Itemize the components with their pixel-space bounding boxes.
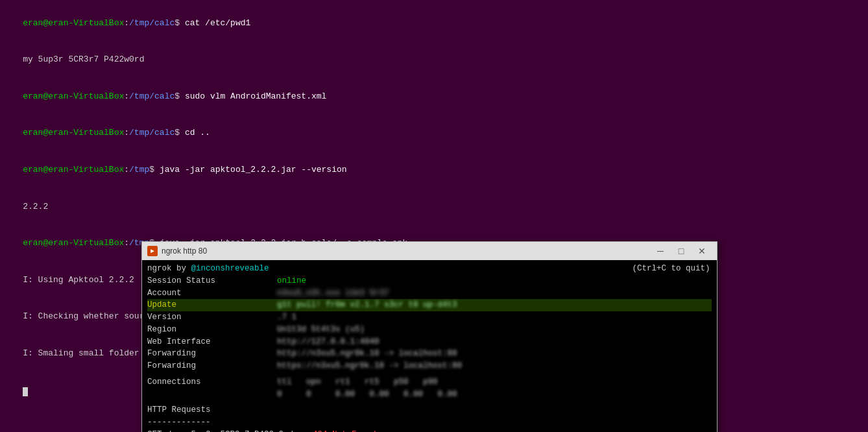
cmd-text: cat /etc/pwd1 (180, 18, 250, 28)
label-connections: Connections (147, 376, 277, 389)
label-region: Region (147, 324, 277, 336)
label-forwarding-1: Forwarding (147, 348, 277, 360)
value-account: n3xu5_n3t.xxx l1k3 5r37 (277, 287, 712, 300)
value-web-interface: http://127.0.0.1:4040 (277, 336, 712, 348)
terminal-line-4: eran@eran-VirtualBox:/tmp/calc$ cd .. (3, 115, 865, 152)
prompt-dollar: $ (175, 18, 180, 28)
prompt: eran@eran-VirtualBox (23, 128, 124, 138)
terminal-line-6: 2.2.2 (3, 189, 865, 226)
value-connections-header: ttl opn rt1 rt5 p50 p90 (277, 376, 712, 389)
terminal-line-2: my 5up3r 5CR3r7 P422w0rd (3, 42, 865, 79)
ngrok-ctrl-hint: (Ctrl+C to quit) (633, 264, 710, 273)
connections-section: Connections ttl opn rt1 rt5 p50 p90 0 0 … (147, 376, 712, 401)
ngrok-window-title: ngrok http 80 (162, 246, 207, 256)
maximize-button[interactable]: □ (671, 245, 691, 258)
row-forwarding-2: Forwarding https://n3xu5.ngr0k.10 -> loc… (147, 360, 712, 372)
label-update: Update (147, 299, 277, 311)
http-request-entry: GET /my 5up3r 5CR3r7 P422w0rd 404 Not Fo… (147, 429, 712, 432)
http-requests-label: HTTP Requests (147, 404, 712, 416)
row-web-interface: Web Interface http://127.0.0.1:4040 (147, 336, 712, 348)
prompt-dir: /tmp/calc (129, 91, 175, 101)
ngrok-window-controls: ─ □ ✕ (651, 245, 712, 258)
label-account: Account (147, 287, 277, 300)
prompt-dir: /tmp (129, 165, 149, 174)
value-version: .7 1 (277, 311, 712, 324)
ngrok-header: ngrok by @inconshreveable(Ctrl+C to quit… (147, 263, 712, 275)
cmd-text: sudo vlm AndroidManifest.xml (180, 91, 326, 101)
cmd-text: java -jar apktool_2.2.2.jar --version (154, 165, 346, 174)
connections-col1-spacer (147, 389, 277, 401)
prompt-sep: : (124, 18, 129, 28)
row-account: Account n3xu5_n3t.xxx l1k3 5r37 (147, 287, 712, 300)
output-text: I: Using Apktool 2.2.2 (23, 275, 134, 285)
cursor (23, 387, 28, 396)
terminal-line-5: eran@eran-VirtualBox:/tmp$ java -jar apk… (3, 152, 865, 189)
http-requests-section: HTTP Requests ------------- GET /my 5up3… (147, 404, 712, 432)
row-version: Version .7 1 (147, 311, 712, 324)
value-connections-data: 0 0 0.00 0.00 0.00 0.00 (277, 389, 712, 401)
ngrok-by-label: ngrok by (147, 264, 191, 273)
ngrok-window: ► ngrok http 80 ─ □ ✕ ngrok by @inconshr… (141, 241, 717, 432)
prompt-dir: /tmp/calc (129, 128, 175, 138)
http-requests-divider: ------------- (147, 416, 712, 429)
value-update: g1t pull! fr0m v2.1.7 s3cr t0 up-d4t3 (277, 299, 712, 311)
prompt: eran@eran-VirtualBox (23, 18, 124, 28)
row-forwarding-1: Forwarding http://n3xu5.ngr0k.10 -> loca… (147, 348, 712, 360)
output-text: my 5up3r 5CR3r7 P422w0rd (23, 54, 144, 64)
minimize-button[interactable]: ─ (651, 245, 670, 258)
ngrok-titlebar: ► ngrok http 80 ─ □ ✕ (142, 242, 717, 260)
ngrok-icon-symbol: ► (151, 248, 154, 255)
prompt: eran@eran-VirtualBox (23, 238, 124, 248)
terminal-line-1: eran@eran-VirtualBox:/tmp/calc$ cat /etc… (3, 5, 865, 42)
label-session-status: Session Status (147, 275, 277, 287)
prompt-sep: : (124, 165, 129, 174)
row-connections-label: Connections ttl opn rt1 rt5 p50 p90 (147, 376, 712, 389)
label-web-interface: Web Interface (147, 336, 277, 348)
ngrok-title-left: ► ngrok http 80 (147, 246, 207, 256)
value-forwarding-2: https://n3xu5.ngr0k.10 -> localhost:80 (277, 360, 712, 372)
prompt-dollar: $ (149, 165, 154, 174)
prompt: eran@eran-VirtualBox (23, 91, 124, 101)
ngrok-content: ngrok by @inconshreveable(Ctrl+C to quit… (142, 260, 717, 432)
prompt-dir: /tmp/calc (129, 18, 175, 28)
terminal-line-3: eran@eran-VirtualBox:/tmp/calc$ sudo vlm… (3, 78, 865, 115)
ngrok-author: @inconshreveable (191, 264, 269, 273)
value-region: Un1t3d 5t4t3s (u5) (277, 324, 712, 336)
label-version: Version (147, 311, 277, 324)
close-button[interactable]: ✕ (692, 245, 712, 258)
row-connections-values: 0 0 0.00 0.00 0.00 0.00 (147, 389, 712, 401)
output-text: 2.2.2 (23, 202, 48, 211)
prompt: eran@eran-VirtualBox (23, 165, 124, 174)
label-forwarding-2: Forwarding (147, 360, 277, 372)
row-region: Region Un1t3d 5t4t3s (u5) (147, 324, 712, 336)
value-session-status: online (277, 275, 712, 287)
row-update: Update g1t pull! fr0m v2.1.7 s3cr t0 up-… (147, 299, 712, 311)
cmd-text: cd .. (180, 128, 210, 138)
prompt-sep: : (124, 128, 129, 138)
prompt-dollar: $ (175, 128, 180, 138)
ngrok-app-icon: ► (147, 246, 158, 256)
prompt-sep: : (124, 238, 129, 248)
prompt-dollar: $ (175, 91, 180, 101)
prompt-sep: : (124, 91, 129, 101)
row-session-status: Session Status online (147, 275, 712, 287)
value-forwarding-1: http://n3xu5.ngr0k.10 -> localhost:80 (277, 348, 712, 360)
